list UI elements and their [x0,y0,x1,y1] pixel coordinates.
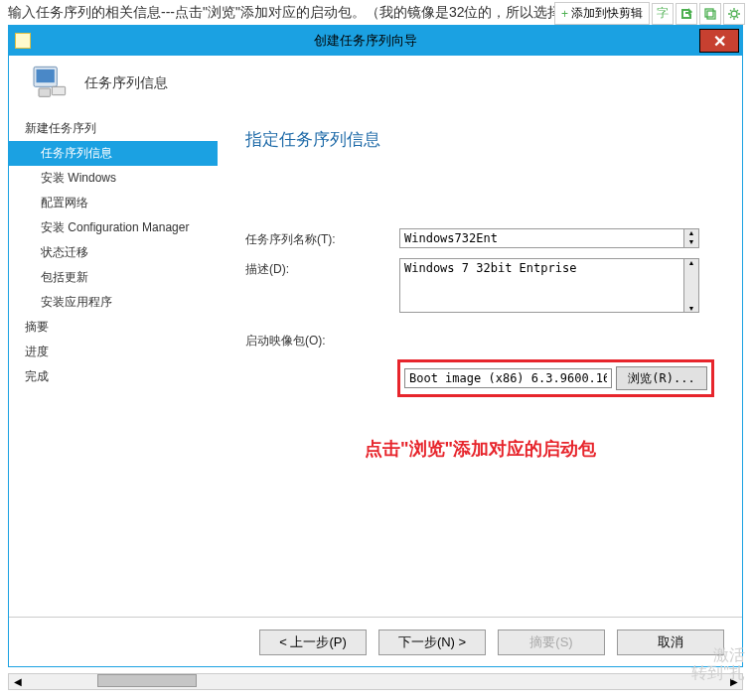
scroll-thumb[interactable] [97,674,197,687]
page-toolbar: + 添加到快剪辑 字 [554,2,745,25]
input-task-name[interactable] [399,228,684,248]
content-area: 新建任务序列 任务序列信息 安装 Windows 配置网络 安装 Configu… [9,110,742,617]
font-icon[interactable]: 字 [652,3,674,25]
svg-rect-4 [37,69,55,81]
spinner-down-icon: ▼ [684,238,698,247]
sidebar-item-install-cm[interactable]: 安装 Configuration Manager [9,215,218,240]
scroll-left-icon[interactable]: ◀ [9,674,26,689]
svg-rect-6 [39,88,51,96]
sidebar-item-state-migration[interactable]: 状态迁移 [9,240,218,265]
next-button[interactable]: 下一步(N) > [378,630,486,655]
input-boot-image[interactable] [404,368,612,388]
prev-button[interactable]: < 上一步(P) [259,630,367,655]
annotation-text: 点击"浏览"添加对应的启动包 [365,437,714,461]
add-to-clip-label: 添加到快剪辑 [571,5,643,22]
row-task-name: 任务序列名称(T): ▲ ▼ [245,228,714,248]
main-panel: 指定任务序列信息 任务序列名称(T): ▲ ▼ 描述(D): [218,110,742,617]
close-button[interactable]: ✕ [699,29,739,53]
svg-rect-1 [707,11,715,19]
label-task-name: 任务序列名称(T): [245,228,399,248]
label-description: 描述(D): [245,258,399,278]
sidebar-group-complete[interactable]: 完成 [9,364,218,389]
row-boot-image: 启动映像包(O): [245,323,714,350]
close-icon: ✕ [713,32,726,51]
browse-button[interactable]: 浏览(R)... [616,366,707,390]
label-boot-image: 启动映像包(O): [245,323,399,350]
sidebar-item-install-windows[interactable]: 安装 Windows [9,166,218,191]
spinner-task-name[interactable]: ▲ ▼ [684,228,699,248]
summary-button: 摘要(S) [498,630,605,655]
main-title: 指定任务序列信息 [245,128,714,151]
window-icon [15,33,31,49]
svg-rect-5 [52,86,65,94]
wizard-buttons: < 上一步(P) 下一步(N) > 摘要(S) 取消 [9,617,742,666]
sidebar-item-install-apps[interactable]: 安装应用程序 [9,290,218,315]
scroll-down-icon: ▼ [684,305,698,312]
scroll-track[interactable] [26,674,725,689]
wizard-window: 创建任务序列向导 ✕ 任务序列信息 新建任务序列 任务序列信息 安装 Windo… [8,25,743,667]
export-icon[interactable] [676,3,697,25]
wizard-header: 任务序列信息 [9,56,742,110]
cancel-button[interactable]: 取消 [617,630,724,655]
sidebar: 新建任务序列 任务序列信息 安装 Windows 配置网络 安装 Configu… [9,110,218,617]
row-description: 描述(D): Windows 7 32bit Entprise ▲ ▼ [245,258,714,313]
scroll-up-icon: ▲ [684,259,698,266]
highlight-box: 浏览(R)... [397,359,714,397]
horizontal-scrollbar[interactable]: ◀ ▶ [8,673,743,690]
sidebar-item-updates[interactable]: 包括更新 [9,265,218,290]
sidebar-group-progress[interactable]: 进度 [9,340,218,364]
computer-icon [29,64,69,103]
scroll-right-icon[interactable]: ▶ [725,674,742,689]
spinner-up-icon: ▲ [684,229,698,238]
plus-icon: + [561,7,568,21]
sidebar-group-0[interactable]: 新建任务序列 [9,116,218,141]
textarea-scrollbar[interactable]: ▲ ▼ [684,258,699,313]
svg-point-2 [731,11,737,17]
gear-icon[interactable] [723,3,745,25]
window-title: 创建任务序列向导 [31,32,699,50]
svg-rect-0 [705,9,713,17]
titlebar[interactable]: 创建任务序列向导 ✕ [9,26,742,56]
input-description[interactable]: Windows 7 32bit Entprise [399,258,684,313]
copy-icon[interactable] [699,3,721,25]
add-to-clip-button[interactable]: + 添加到快剪辑 [554,2,650,25]
sidebar-group-summary[interactable]: 摘要 [9,315,218,340]
sidebar-item-config-network[interactable]: 配置网络 [9,191,218,215]
sidebar-item-task-info[interactable]: 任务序列信息 [9,141,218,166]
header-text: 任务序列信息 [84,74,168,92]
